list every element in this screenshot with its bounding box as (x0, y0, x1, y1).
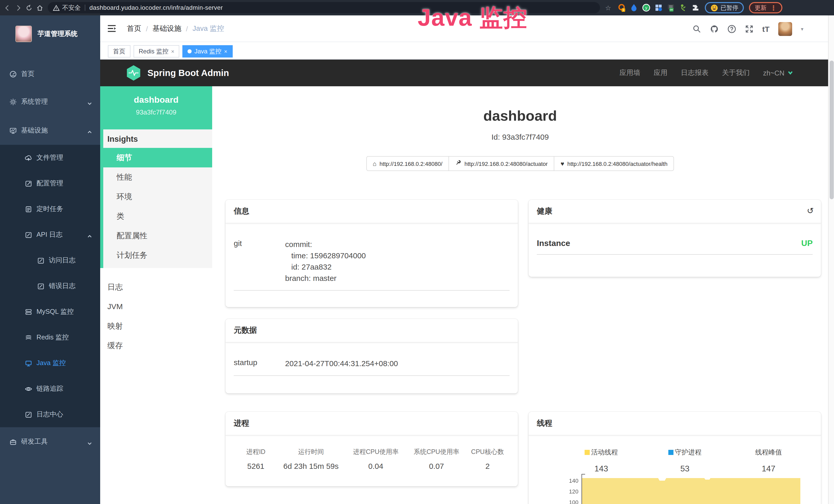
extension-icon[interactable] (654, 4, 662, 12)
sba-menu-config-props[interactable]: 配置属性 (100, 226, 212, 246)
sidebar-item-label: 链路追踪 (37, 384, 63, 393)
sba-nav-wallboard[interactable]: 应用墙 (619, 68, 640, 77)
sidebar-item-mysql-monitor[interactable]: MySQL 监控 (0, 299, 100, 324)
back-icon[interactable] (4, 4, 11, 11)
extension-icon[interactable]: y (642, 4, 650, 12)
font-size-icon[interactable]: tT (762, 24, 770, 33)
sidebar-item-log-center[interactable]: 日志中心 (0, 402, 100, 427)
sidebar-item-label: Redis 监控 (37, 333, 69, 342)
sba-menu-classes[interactable]: 类 (100, 206, 212, 226)
sidebar-item-label: 访问日志 (49, 256, 75, 265)
sidebar-item-file-management[interactable]: 文件管理 (0, 145, 100, 170)
history-icon[interactable]: ↺ (807, 206, 814, 216)
sidebar-item-scheduled-jobs[interactable]: 定时任务 (0, 196, 100, 222)
threads-card: 线程 活动线程 143 守护进程 53 线程峰值 147 140 120 100 (529, 412, 821, 504)
col-cpu-cores: CPU核心数 (465, 448, 510, 457)
sba-menu-details[interactable]: 细节 (100, 148, 212, 167)
sba-instance-header[interactable]: dashboard 93a3fc7f7409 (100, 86, 212, 130)
health-card: 健康 ↺ Instance UP (529, 200, 821, 277)
sidebar-item-java-monitor[interactable]: Java 监控 (0, 350, 100, 376)
chrome-update-button[interactable]: 更新 ⋮ (749, 2, 782, 13)
instance-name: dashboard (100, 95, 212, 105)
profile-paused-badge[interactable]: 已暂停 (705, 2, 744, 13)
dashboard-icon (9, 70, 17, 78)
sba-menu-logs[interactable]: 日志 (100, 277, 212, 297)
sidebar-item-tracing[interactable]: 链路追踪 (0, 376, 100, 402)
github-icon[interactable] (710, 24, 719, 33)
legend-live-threads: 活动线程 143 (559, 448, 643, 474)
col-uptime: 运行时间 (278, 448, 344, 457)
extension-icon[interactable] (630, 4, 638, 12)
log-edit-icon (25, 411, 32, 418)
breadcrumb-home[interactable]: 首页 (127, 24, 141, 33)
health-card-header: 健康 ↺ (529, 200, 821, 223)
sba-menu-caches[interactable]: 缓存 (100, 336, 212, 356)
sidebar-item-label: 系统管理 (21, 97, 48, 106)
security-label[interactable]: 不安全 (62, 3, 81, 12)
user-avatar[interactable] (778, 22, 792, 36)
y-tick-140: 140 (559, 478, 578, 484)
extension-icon[interactable]: on (666, 4, 675, 12)
sba-menu-jvm[interactable]: JVM (100, 297, 212, 316)
scrollbar-thumb[interactable] (830, 61, 834, 199)
fullscreen-icon[interactable] (745, 24, 753, 33)
tags-list: 首页 Redis 监控 × Java 监控 × (108, 45, 233, 58)
sidebar-item-api-log[interactable]: API 日志 (0, 222, 100, 248)
sidebar-item-redis-monitor[interactable]: Redis 监控 (0, 324, 100, 350)
sba-nav-applications[interactable]: 应用 (654, 68, 667, 77)
endpoint-url: http://192.168.0.2:48080/actuator (464, 160, 548, 167)
close-icon[interactable]: × (171, 48, 174, 54)
sba-menu-mappings[interactable]: 映射 (100, 316, 212, 336)
hamburger-icon[interactable] (107, 24, 117, 33)
sidebar-item-system[interactable]: 系统管理 (0, 87, 100, 116)
breadcrumb-infrastructure[interactable]: 基础设施 (153, 24, 181, 33)
legend-blue-swatch (668, 450, 673, 455)
threads-chart: 140 120 100 (529, 473, 821, 504)
tag-java-monitor[interactable]: Java 监控 × (183, 45, 233, 58)
url-text[interactable]: dashboard.yudao.iocoder.cn/infra/admin-s… (89, 4, 223, 11)
page-scrollbar[interactable] (828, 16, 834, 504)
sidebar-item-access-log[interactable]: 访问日志 (0, 248, 100, 273)
app-logo[interactable]: 芋道管理系统 (0, 20, 100, 48)
sba-menu-scheduled-tasks[interactable]: 计划任务 (100, 246, 212, 265)
help-icon[interactable] (727, 24, 736, 33)
close-icon[interactable]: × (224, 48, 227, 54)
home-icon[interactable] (37, 4, 43, 11)
info-card-title: 信息 (225, 200, 518, 223)
sidebar-item-infrastructure[interactable]: 基础设施 (0, 116, 100, 145)
tag-redis-monitor[interactable]: Redis 监控 × (134, 45, 179, 58)
avatar-caret-icon[interactable]: ▾ (801, 26, 804, 31)
sidebar-item-label: 错误日志 (49, 281, 75, 291)
sidebar-item-config-management[interactable]: 配置管理 (0, 170, 100, 196)
reload-icon[interactable] (26, 4, 32, 11)
metadata-value: 2021-04-27T00:44:31.254+08:00 (285, 358, 398, 369)
extension-icon[interactable] (679, 4, 687, 12)
wrench-icon (455, 160, 461, 167)
endpoint-home-chip[interactable]: ⌂ http://192.168.0.2:48080/ (366, 156, 449, 171)
sba-nav-about[interactable]: 关于我们 (722, 68, 750, 77)
health-row: Instance UP (537, 239, 813, 255)
breadcrumb-separator: / (146, 25, 148, 33)
forward-icon[interactable] (15, 4, 22, 11)
page-instance-id: Id: 93a3fc7f7409 (212, 133, 828, 141)
endpoint-actuator-chip[interactable]: http://192.168.0.2:48080/actuator (448, 156, 554, 171)
sidebar-item-dev-tools[interactable]: 研发工具 (0, 427, 100, 456)
sba-menu-metrics[interactable]: 性能 (100, 167, 212, 187)
sba-menu-environment[interactable]: 环境 (100, 187, 212, 206)
tag-home[interactable]: 首页 (108, 45, 130, 58)
sba-locale-select[interactable]: zh~CN (763, 69, 793, 77)
bookmark-star-icon[interactable]: ☆ (605, 4, 611, 12)
sba-nav-journal[interactable]: 日志报表 (681, 68, 709, 77)
browser-menu-icon[interactable]: ⋮ (770, 4, 777, 12)
sidebar-item-home[interactable]: 首页 (0, 60, 100, 88)
legend-value: 147 (727, 464, 810, 474)
endpoint-health-chip[interactable]: ♥ http://192.168.0.2:48080/actuator/heal… (554, 156, 674, 171)
val-uptime: 6d 23h 15m 59s (278, 462, 344, 471)
tags-view-bar: 首页 Redis 监控 × Java 监控 × (100, 42, 828, 60)
process-table: 进程ID 运行时间 进程CPU使用率 系统CPU使用率 CPU核心数 5261 … (234, 448, 510, 471)
puzzle-extensions-icon[interactable] (691, 4, 699, 12)
sidebar-item-error-log[interactable]: 错误日志 (0, 273, 100, 299)
search-icon[interactable] (693, 24, 701, 33)
logo-image (16, 26, 32, 42)
extension-icon[interactable]: 1 (617, 4, 626, 12)
